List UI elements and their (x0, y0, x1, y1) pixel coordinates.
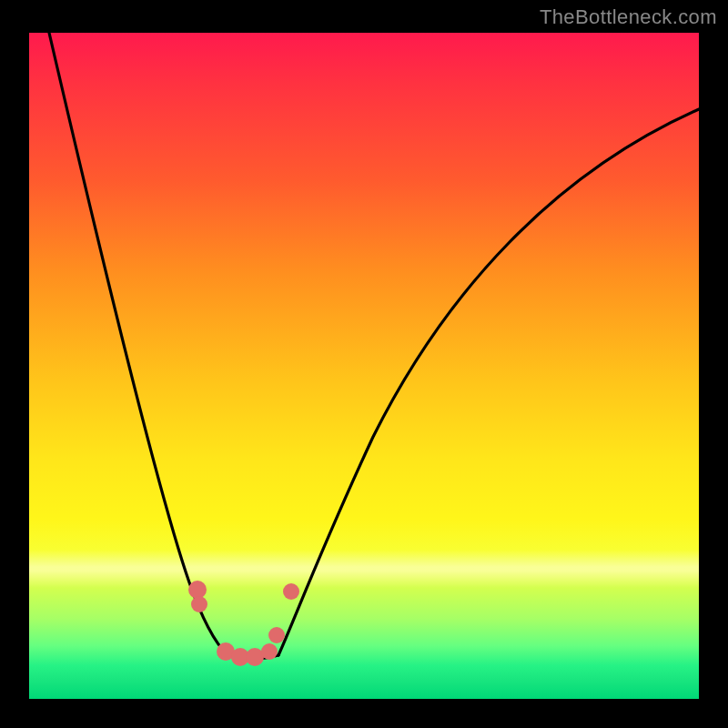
chart-stage: TheBottleneck.com (0, 0, 728, 728)
watermark-text: TheBottleneck.com (540, 5, 717, 29)
gradient-background (29, 33, 699, 699)
